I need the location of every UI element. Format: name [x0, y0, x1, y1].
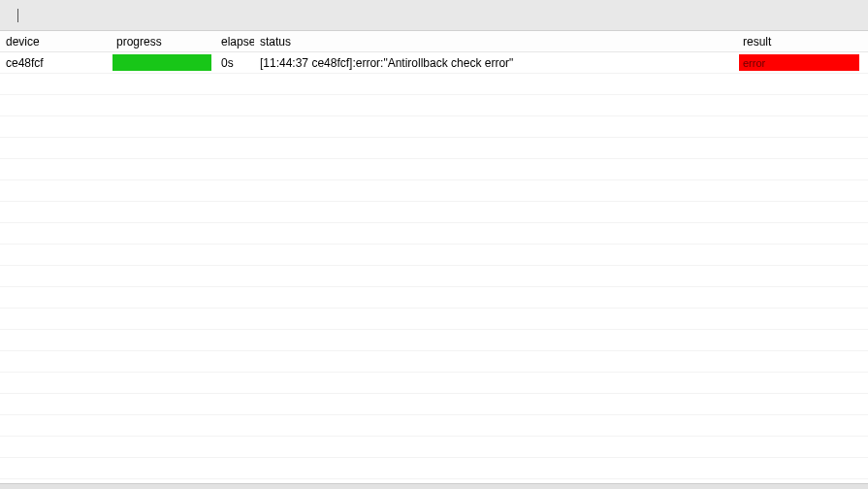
- col-header-result[interactable]: result: [737, 35, 863, 49]
- table-row-empty: [0, 394, 868, 415]
- table-row-empty: [0, 116, 868, 138]
- device-table: device progress elapse status result ce4…: [0, 31, 868, 479]
- text-cursor: [17, 9, 18, 22]
- table-row-empty: [0, 330, 868, 351]
- table-header-row: device progress elapse status result: [0, 31, 868, 52]
- table-row-empty: [0, 202, 868, 223]
- progress-bar: [113, 54, 211, 71]
- col-header-device[interactable]: device: [0, 35, 111, 49]
- table-row-empty: [0, 287, 868, 309]
- top-bar: [0, 0, 868, 31]
- table-row-empty: [0, 244, 868, 266]
- cell-result: error: [737, 52, 863, 73]
- col-header-status[interactable]: status: [254, 35, 737, 49]
- result-badge: error: [739, 54, 859, 71]
- table-row-empty: [0, 351, 868, 373]
- cell-elapse: 0s: [215, 56, 254, 70]
- col-header-elapse[interactable]: elapse: [215, 35, 254, 49]
- table-row-empty: [0, 180, 868, 202]
- table-row-empty: [0, 373, 868, 394]
- table-row-empty: [0, 266, 868, 287]
- horizontal-scrollbar[interactable]: [0, 483, 868, 489]
- cell-device: ce48fcf: [0, 56, 111, 70]
- cell-status: [11:44:37 ce48fcf]:error:"Antirollback c…: [254, 56, 737, 70]
- table-row-empty: [0, 458, 868, 479]
- table-row[interactable]: ce48fcf0s[11:44:37 ce48fcf]:error:"Antir…: [0, 52, 868, 74]
- table-row-empty: [0, 223, 868, 244]
- table-row-empty: [0, 415, 868, 437]
- cell-progress: [111, 52, 215, 73]
- col-header-progress[interactable]: progress: [111, 35, 215, 49]
- table-row-empty: [0, 74, 868, 95]
- table-row-empty: [0, 159, 868, 180]
- table-row-empty: [0, 95, 868, 116]
- table-row-empty: [0, 138, 868, 159]
- table-row-empty: [0, 309, 868, 330]
- table-row-empty: [0, 437, 868, 458]
